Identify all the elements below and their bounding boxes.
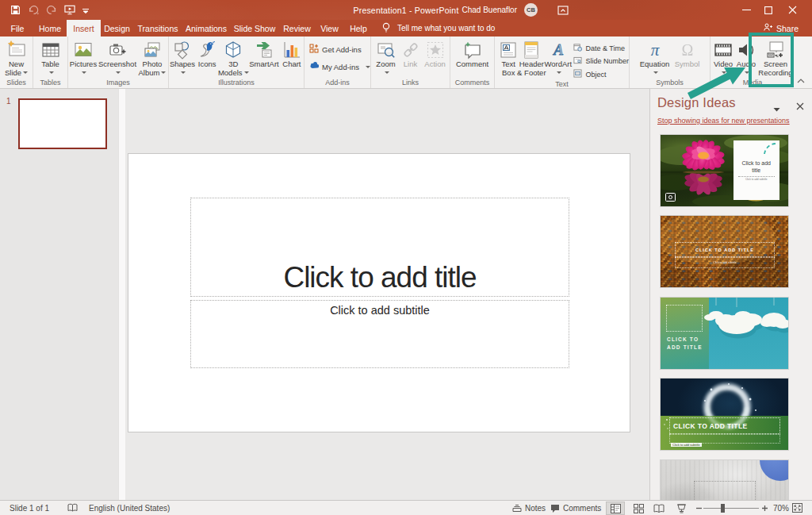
video-button[interactable]: Video <box>711 39 735 76</box>
photo-album-icon <box>142 39 163 60</box>
tab-view[interactable]: View <box>315 20 344 37</box>
design5-title-box <box>694 481 756 500</box>
slideshow-view-button[interactable] <box>672 502 691 515</box>
symbol-icon: Ω <box>677 39 698 60</box>
design-ideas-close-icon[interactable] <box>796 99 804 113</box>
title-placeholder[interactable]: Click to add title <box>190 198 569 297</box>
design-thumbnail-splash[interactable]: CLICK TO ADD TITLE Click to add subtitle <box>661 379 788 450</box>
maximize-button[interactable] <box>760 0 777 20</box>
text-box-button[interactable]: Text Box <box>498 39 519 77</box>
close-button[interactable] <box>783 0 801 20</box>
tab-animations[interactable]: Animations <box>182 20 230 37</box>
tab-review[interactable]: Review <box>279 20 315 37</box>
tab-design[interactable]: Design <box>101 20 133 37</box>
photo-album-button[interactable]: Photo Album <box>136 39 168 77</box>
avatar[interactable]: CB <box>524 3 538 17</box>
screenshot-button[interactable]: Screenshot <box>98 39 136 76</box>
subtitle-placeholder[interactable]: Click to add subtitle <box>190 300 569 368</box>
tell-me-box[interactable]: Tell me what you want to do <box>382 20 495 37</box>
slide-canvas[interactable]: Click to add title Click to add subtitle <box>128 153 630 432</box>
3d-models-button[interactable]: 3D Models <box>218 39 248 77</box>
tab-home[interactable]: Home <box>33 20 67 37</box>
save-icon[interactable] <box>10 5 21 15</box>
fit-slide-icon[interactable] <box>792 501 802 515</box>
slide-number-button[interactable]: Slide Number <box>573 56 629 67</box>
comment-button[interactable]: Comment <box>456 39 488 69</box>
group-label-images: Images <box>68 78 168 88</box>
date-time-button[interactable]: Date & Time <box>573 43 629 53</box>
design-thumbnail-mosaic[interactable]: CLICK TO ADD TITLE Click to add subtitle <box>661 216 788 287</box>
spellcheck-icon[interactable] <box>67 501 78 515</box>
zoom-button[interactable]: Zoom <box>373 39 400 76</box>
collapse-ribbon-icon[interactable] <box>795 76 807 86</box>
language-status[interactable]: English (United States) <box>89 501 170 515</box>
smartart-icon <box>254 39 274 60</box>
zoom-slider-track[interactable] <box>703 508 759 509</box>
group-label-symbols: Symbols <box>630 78 710 88</box>
table-button[interactable]: Table <box>40 39 61 76</box>
wordart-button[interactable]: A WordArt <box>544 39 572 76</box>
smartart-button[interactable]: SmartArt <box>248 39 280 69</box>
table-icon <box>40 39 61 60</box>
tab-transitions[interactable]: Transitions <box>133 20 182 37</box>
design-thumbnail-lily[interactable]: Click to add title Click to add subtitle <box>661 135 788 206</box>
symbol-button: Ω Symbol <box>672 39 703 69</box>
header-footer-icon <box>521 39 542 60</box>
qat-customize-icon[interactable] <box>82 7 89 13</box>
new-slide-button[interactable]: New Slide <box>5 39 28 77</box>
group-label-illustrations: Illustrations <box>169 78 304 88</box>
screen-recording-button[interactable]: Screen Recording <box>757 39 794 77</box>
design-thumbnail-paper[interactable] <box>661 460 788 500</box>
design1-title-card: Click to add title Click to add subtitle <box>733 140 779 200</box>
start-slideshow-icon[interactable] <box>64 5 75 15</box>
tab-file[interactable]: File <box>2 20 33 37</box>
get-addins-button[interactable]: Get Add-ins <box>309 44 370 55</box>
slide-sorter-view-button[interactable] <box>629 502 648 515</box>
tab-insert[interactable]: Insert <box>67 20 101 37</box>
text-box-icon <box>498 39 519 60</box>
slide-thumbnail-1[interactable] <box>18 98 107 149</box>
zoom-in-icon[interactable] <box>761 501 768 515</box>
redo-icon[interactable] <box>47 5 57 15</box>
zoom-level[interactable]: 70% <box>773 501 789 515</box>
design4-subtitle-text: Click to add subtitle <box>671 443 702 447</box>
ribbon-group-tables: Table Tables <box>33 37 68 88</box>
get-addins-icon <box>309 44 319 55</box>
thumbnail-panel-scrollbar[interactable] <box>118 89 125 500</box>
shapes-button[interactable]: Shapes <box>169 39 196 76</box>
design1-photo-badge <box>665 193 676 202</box>
notes-button[interactable]: Notes <box>512 501 546 515</box>
tab-slideshow[interactable]: Slide Show <box>230 20 279 37</box>
design-ideas-title: Design Ideas <box>657 95 736 110</box>
comments-button[interactable]: Comments <box>550 501 601 515</box>
design4-title-text: CLICK TO ADD TITLE <box>670 422 748 430</box>
object-icon <box>573 69 582 79</box>
tab-help[interactable]: Help <box>344 20 373 37</box>
chart-button[interactable]: Chart <box>280 39 304 69</box>
ribbon-display-options-icon[interactable] <box>554 0 572 20</box>
undo-icon[interactable] <box>28 5 40 15</box>
slide-number-icon <box>573 56 582 67</box>
slide-thumbnail-number: 1 <box>6 97 11 106</box>
reading-view-button[interactable] <box>649 502 668 515</box>
share-person-icon <box>764 23 772 33</box>
zoom-out-icon[interactable] <box>695 501 703 515</box>
equation-button[interactable]: π Equation <box>638 39 672 76</box>
design-thumbnail-clouds[interactable]: CLICK TO ADD TITLE <box>661 298 788 369</box>
icons-button[interactable]: Icons <box>196 39 218 69</box>
user-name[interactable]: Chad Buenaflor <box>462 0 518 20</box>
design-ideas-menu-icon[interactable] <box>773 101 780 115</box>
header-footer-button[interactable]: Header & Footer <box>519 39 544 77</box>
object-button[interactable]: Object <box>573 69 629 79</box>
zoom-slider-handle[interactable] <box>721 504 725 513</box>
group-label-media: Media <box>710 78 795 88</box>
share-button[interactable]: Share <box>764 20 799 37</box>
slide-counter[interactable]: Slide 1 of 1 <box>10 501 49 515</box>
audio-button[interactable]: Audio <box>735 39 757 76</box>
my-addins-button[interactable]: My Add-ins <box>309 61 370 72</box>
normal-view-button[interactable] <box>606 502 625 515</box>
stop-showing-ideas-link[interactable]: Stop showing ideas for new presentations <box>657 117 790 125</box>
pictures-button[interactable]: Pictures <box>68 39 98 76</box>
minimize-button[interactable] <box>737 0 755 20</box>
slide-editor: Click to add title Click to add subtitle <box>125 89 649 500</box>
